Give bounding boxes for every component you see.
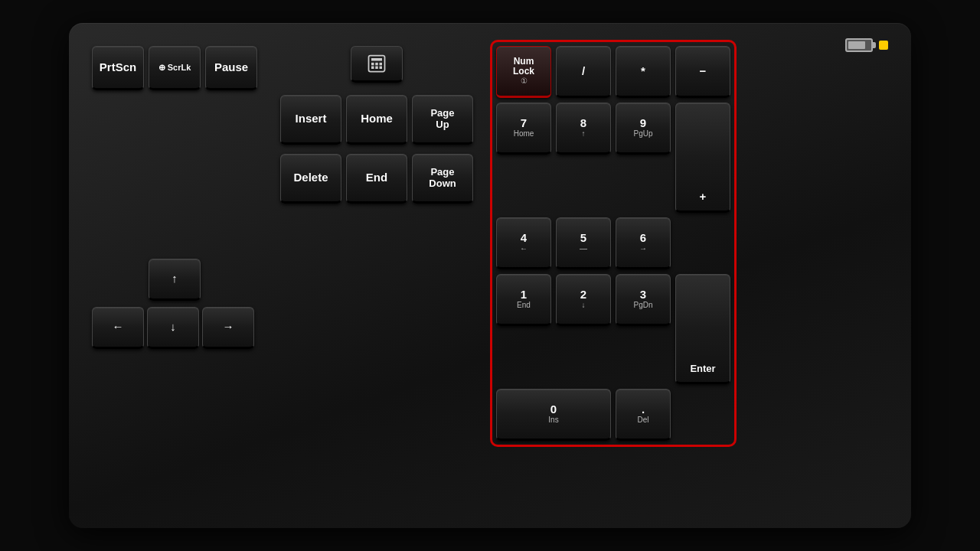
numlock-key[interactable]: NumLock ① (496, 46, 551, 98)
numpad-2-key[interactable]: 2 ↓ (556, 274, 611, 326)
numpad-row-123: 1 End 2 ↓ 3 PgDn Enter (496, 274, 730, 384)
numpad-1-key[interactable]: 1 End (496, 274, 551, 326)
numpad-8-key[interactable]: 8 ↑ (556, 103, 611, 155)
arrow-down-key[interactable]: ↓ (147, 307, 199, 349)
home-key[interactable]: Home (346, 95, 407, 145)
svg-rect-1 (371, 58, 382, 61)
calc-key[interactable] (351, 46, 403, 83)
pagedown-key[interactable]: PageDown (412, 154, 473, 204)
svg-rect-4 (380, 63, 383, 66)
scrlk-key[interactable]: ⊕ ScrLk (149, 46, 201, 90)
numpad-9-key[interactable]: 9 PgUp (616, 103, 671, 155)
numpad-minus-key[interactable]: − (675, 46, 730, 98)
indicator-area (845, 38, 888, 52)
nav-row-mid: Delete End PageDown (280, 154, 473, 204)
arrow-up-key[interactable]: ↑ (149, 259, 201, 301)
numpad-top-row: NumLock ① / * − (496, 46, 730, 98)
svg-rect-7 (380, 67, 383, 70)
numpad-4-key[interactable]: 4 ← (496, 217, 551, 269)
numpad-multiply-key[interactable]: * (616, 46, 671, 98)
numpad-enter-key[interactable]: Enter (675, 274, 730, 384)
delete-key[interactable]: Delete (280, 154, 341, 204)
svg-rect-2 (371, 63, 374, 66)
arrow-cluster: ↑ ← ↓ → (92, 259, 257, 349)
end-key[interactable]: End (346, 154, 407, 204)
numpad-row-0dot: 0 Ins . Del (496, 389, 730, 441)
numpad-section: NumLock ① / * − 7 Home (496, 46, 730, 441)
led-indicator (879, 41, 888, 50)
numpad-0-key[interactable]: 0 Ins (496, 389, 611, 441)
numpad-divide-key[interactable]: / (556, 46, 611, 98)
battery-icon (845, 38, 873, 52)
arrow-right-key[interactable]: → (202, 307, 254, 349)
svg-rect-3 (375, 63, 378, 66)
numpad-7-key[interactable]: 7 Home (496, 103, 551, 155)
arrow-left-key[interactable]: ← (92, 307, 144, 349)
numpad-row-789: 7 Home 8 ↑ 9 PgUp + (496, 103, 730, 213)
numpad-6-key[interactable]: 6 → (616, 217, 671, 269)
arrow-middle-row: ← ↓ → (92, 307, 257, 349)
nav-section: Insert Home PageUp Delete End PageDown (280, 46, 473, 204)
numpad-plus-key[interactable]: + (675, 103, 730, 213)
numpad-3-key[interactable]: 3 PgDn (616, 274, 671, 326)
numpad-row-456: 4 ← 5 — 6 → (496, 217, 730, 269)
svg-rect-6 (375, 67, 378, 70)
pause-key[interactable]: Pause (205, 46, 257, 90)
pageup-key[interactable]: PageUp (412, 95, 473, 145)
main-section: PrtScn ⊕ ScrLk Pause ↑ (92, 46, 257, 349)
svg-rect-5 (371, 67, 374, 70)
nav-row-top: Insert Home PageUp (280, 95, 473, 145)
keyboard: PrtScn ⊕ ScrLk Pause ↑ (69, 23, 911, 528)
numpad-5-key[interactable]: 5 — (556, 217, 611, 269)
insert-key[interactable]: Insert (280, 95, 341, 145)
numpad-dot-key[interactable]: . Del (616, 389, 671, 441)
prtscn-key[interactable]: PrtScn (92, 46, 144, 90)
top-row: PrtScn ⊕ ScrLk Pause (92, 46, 257, 90)
